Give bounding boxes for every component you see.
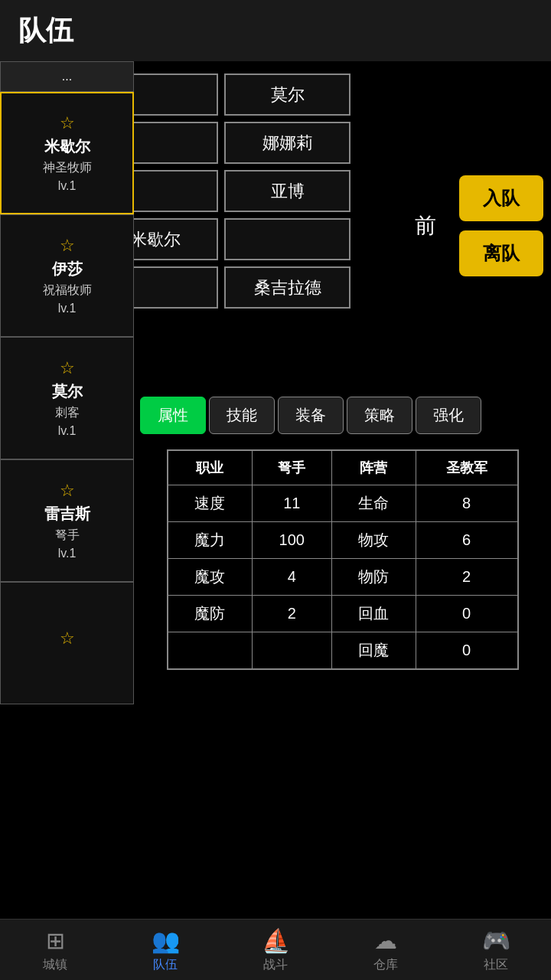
stat-val-pdef: 2 (416, 559, 517, 596)
slot-2-right[interactable]: 娜娜莉 (224, 122, 350, 164)
stat-label-hp: 生命 (331, 485, 416, 522)
char-card-3[interactable]: ☆ 雷吉斯 弩手 lv.1 (0, 459, 134, 582)
action-buttons: 入队 离队 (459, 175, 543, 276)
stat-val-regen: 0 (416, 596, 517, 632)
stat-label-mp-regen: 回魔 (331, 632, 416, 670)
nav-label-team: 队伍 (153, 957, 178, 973)
stat-val-matk: 4 (252, 559, 331, 596)
nav-label-battle: 战斗 (263, 957, 288, 973)
battle-icon: ⛵ (262, 927, 290, 954)
stats-panel: 职业 弩手 阵营 圣教军 速度 11 生命 8 魔力 100 物攻 (134, 440, 551, 679)
slot-3-right[interactable]: 亚博 (224, 170, 350, 212)
tab-equipment[interactable]: 装备 (278, 397, 344, 434)
char-name-2: 莫尔 (52, 381, 83, 402)
nav-battle[interactable]: ⛵ 战斗 (220, 927, 331, 973)
char-star-4: ☆ (60, 629, 75, 648)
char-card-0[interactable]: ☆ 米歇尔 神圣牧师 lv.1 (0, 92, 134, 214)
char-card-2[interactable]: ☆ 莫尔 刺客 lv.1 (0, 337, 134, 459)
stat-val-mp-regen: 0 (416, 632, 517, 670)
bottom-nav: ⊞ 城镇 👥 队伍 ⛵ 战斗 ☁ 仓库 🎮 社区 (0, 919, 551, 980)
page-title: 队伍 (18, 12, 73, 50)
tab-enhance[interactable]: 强化 (416, 397, 481, 434)
col-header-job: 职业 (168, 450, 253, 485)
team-icon: 👥 (152, 927, 180, 954)
front-label: 前 (415, 211, 436, 240)
char-class-1: 祝福牧师 (43, 283, 92, 299)
nav-label-storage: 仓库 (373, 957, 398, 973)
char-list-header: ... (0, 61, 134, 92)
tabs-bar: 属性 技能 装备 策略 强化 (134, 390, 551, 440)
formation-row: 亚博 (92, 170, 413, 212)
join-button[interactable]: 入队 (459, 175, 543, 221)
char-name-1: 伊莎 (52, 259, 83, 279)
char-class-3: 弩手 (55, 528, 80, 544)
storage-icon: ☁ (374, 927, 397, 954)
leave-button[interactable]: 离队 (459, 230, 543, 276)
char-star-0: ☆ (60, 113, 75, 133)
nav-community[interactable]: 🎮 社区 (441, 927, 551, 973)
stat-label-matk: 魔攻 (168, 559, 253, 596)
char-card-4[interactable]: ☆ (0, 582, 134, 704)
stat-val-speed: 11 (252, 485, 331, 522)
stat-label-regen: 回血 (331, 596, 416, 632)
char-name-0: 米歇尔 (44, 136, 90, 157)
stat-label-mp: 魔力 (168, 522, 253, 559)
stats-header-row: 职业 弩手 阵营 圣教军 (168, 450, 518, 485)
stats-row-3: 魔防 2 回血 0 (168, 596, 518, 632)
nav-town[interactable]: ⊞ 城镇 (0, 927, 110, 973)
char-class-0: 神圣牧师 (43, 160, 92, 176)
col-header-class: 弩手 (252, 450, 331, 485)
stats-table: 职业 弩手 阵营 圣教军 速度 11 生命 8 魔力 100 物攻 (167, 449, 519, 670)
tab-skills[interactable]: 技能 (209, 397, 275, 434)
formation-row: 米歇尔 (92, 218, 413, 260)
char-card-1[interactable]: ☆ 伊莎 祝福牧师 lv.1 (0, 214, 134, 337)
nav-team[interactable]: 👥 队伍 (110, 927, 220, 973)
stat-val-patk: 6 (416, 522, 517, 559)
col-header-org: 圣教军 (416, 450, 517, 485)
formation-row: 莫尔 (92, 74, 413, 116)
main-content: 属性 技能 装备 策略 强化 职业 弩手 阵营 圣教军 速度 11 (134, 390, 551, 919)
stats-row-0: 速度 11 生命 8 (168, 485, 518, 522)
char-name-3: 雷吉斯 (44, 504, 90, 524)
formation-grid: 莫尔 娜娜莉 亚博 米歇尔 桑吉拉德 (92, 74, 413, 309)
stat-label-empty (168, 632, 253, 670)
char-list: ... ☆ 米歇尔 神圣牧师 lv.1 ☆ 伊莎 祝福牧师 lv.1 ☆ 莫尔 … (0, 61, 134, 919)
stat-label-mdef: 魔防 (168, 596, 253, 632)
char-star-1: ☆ (60, 236, 75, 256)
nav-storage[interactable]: ☁ 仓库 (331, 927, 441, 973)
char-level-2: lv.1 (58, 424, 77, 438)
town-icon: ⊞ (46, 927, 65, 954)
char-level-1: lv.1 (58, 302, 77, 315)
nav-label-town: 城镇 (43, 957, 67, 973)
stat-val-mdef: 2 (252, 596, 331, 632)
stat-val-hp: 8 (416, 485, 517, 522)
tab-strategy[interactable]: 策略 (347, 397, 412, 434)
char-star-2: ☆ (60, 358, 75, 378)
formation-row: 桑吉拉德 (92, 266, 413, 309)
stats-row-4: 回魔 0 (168, 632, 518, 670)
stat-val-empty (252, 632, 331, 670)
nav-label-community: 社区 (484, 957, 508, 973)
char-level-0: lv.1 (58, 179, 77, 193)
community-icon: 🎮 (482, 927, 510, 954)
slot-1-right[interactable]: 莫尔 (224, 74, 350, 116)
char-star-3: ☆ (60, 481, 75, 501)
app: 队伍 后 前 莫尔 娜娜莉 亚博 米歇尔 (0, 0, 551, 980)
slot-5-right[interactable]: 桑吉拉德 (224, 266, 350, 309)
formation-row: 娜娜莉 (92, 122, 413, 164)
stats-row-2: 魔攻 4 物防 2 (168, 559, 518, 596)
slot-4-right[interactable] (224, 218, 350, 260)
stat-label-patk: 物攻 (331, 522, 416, 559)
col-header-faction: 阵营 (331, 450, 416, 485)
stats-row-1: 魔力 100 物攻 6 (168, 522, 518, 559)
char-class-2: 刺客 (55, 405, 80, 421)
header: 队伍 (0, 0, 551, 61)
char-level-3: lv.1 (58, 547, 77, 560)
tab-attributes[interactable]: 属性 (140, 397, 206, 434)
stat-label-pdef: 物防 (331, 559, 416, 596)
stat-val-mp: 100 (252, 522, 331, 559)
stat-label-speed: 速度 (168, 485, 253, 522)
